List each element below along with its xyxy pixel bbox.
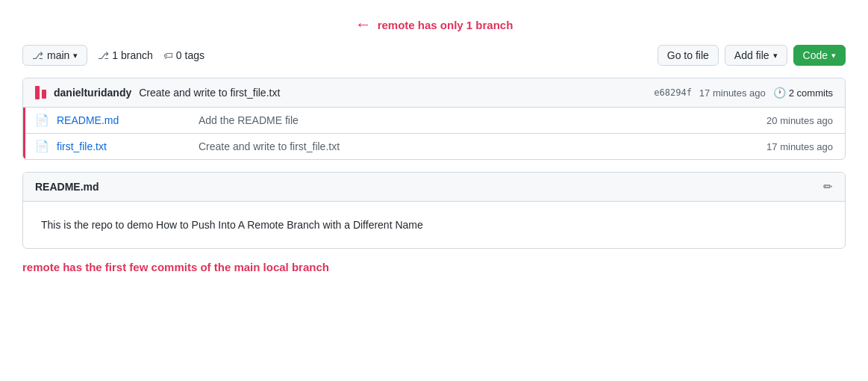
readme-header: README.md ✏ [23,173,845,202]
branch-selector-button[interactable]: ⎇ main ▾ [22,45,87,66]
commits-link[interactable]: 🕐 2 commits [773,87,833,99]
table-row: 📄 README.md Add the README file 20 minut… [23,108,845,134]
add-file-label: Add file [734,49,769,61]
commit-avatar-icon [35,86,46,99]
commit-time: 17 minutes ago [699,87,766,99]
tag-count-label: 0 tags [176,49,204,61]
file-icon: 📄 [35,140,49,153]
commit-header-right: e68294f 17 minutes ago 🕐 2 commits [654,87,833,99]
file-icon: 📄 [35,114,49,127]
repo-box: danielturidandy Create and write to firs… [22,78,846,160]
file-time: 17 minutes ago [766,141,833,152]
bottom-annotation: remote has the first few commits of the … [22,261,846,273]
tag-icon: 🏷 [163,50,173,61]
branch-name: main [47,49,69,61]
file-commit-message: Add the README file [199,114,759,126]
top-annotation: ← remote has only 1 branch [22,15,846,34]
branch-count-icon: ⎇ [98,50,109,61]
file-name[interactable]: README.md [57,114,191,126]
clock-icon: 🕐 [773,87,786,99]
commit-author[interactable]: danielturidandy [54,87,131,99]
file-commit-message: Create and write to first_file.txt [199,140,759,152]
readme-content: This is the repo to demo How to Push Int… [41,219,423,231]
red-bar [23,108,25,159]
branch-count: ⎇ 1 branch [98,49,152,61]
bottom-annotation-text: remote has the first few commits of the … [22,261,329,273]
go-to-file-button[interactable]: Go to file [658,45,719,66]
top-annotation-text: remote has only 1 branch [378,19,513,31]
add-file-chevron-icon: ▾ [773,51,778,61]
code-button[interactable]: Code ▾ [793,45,846,66]
code-chevron-icon: ▾ [831,51,836,61]
add-file-button[interactable]: Add file ▾ [725,45,787,66]
file-list: 📄 README.md Add the README file 20 minut… [23,108,845,159]
readme-box: README.md ✏ This is the repo to demo How… [22,172,846,249]
commit-header-left: danielturidandy Create and write to firs… [35,86,280,99]
commit-header: danielturidandy Create and write to firs… [23,78,845,108]
tag-count: 🏷 0 tags [163,49,204,61]
avatar-bar-2 [42,90,46,99]
readme-title: README.md [35,181,99,193]
table-row: 📄 first_file.txt Create and write to fir… [23,134,845,159]
commit-message: Create and write to first_file.txt [139,87,280,99]
toolbar-right: Go to file Add file ▾ Code ▾ [658,45,846,66]
code-label: Code [803,49,828,61]
chevron-down-icon: ▾ [73,51,78,61]
arrow-icon: ← [355,15,372,34]
avatar-bar-1 [35,86,40,99]
toolbar: ⎇ main ▾ ⎇ 1 branch 🏷 0 tags Go to file … [22,45,846,66]
file-time: 20 minutes ago [766,115,833,126]
file-rows-wrapper: 📄 README.md Add the README file 20 minut… [23,108,845,159]
toolbar-left: ⎇ main ▾ ⎇ 1 branch 🏷 0 tags [22,45,204,66]
commit-hash: e68294f [654,87,692,98]
file-name[interactable]: first_file.txt [57,140,191,152]
readme-body: This is the repo to demo How to Push Int… [23,202,845,248]
branch-count-label: 1 branch [112,49,152,61]
edit-icon[interactable]: ✏ [823,180,833,193]
commits-count: 2 commits [789,87,833,99]
branch-icon: ⎇ [32,50,43,61]
